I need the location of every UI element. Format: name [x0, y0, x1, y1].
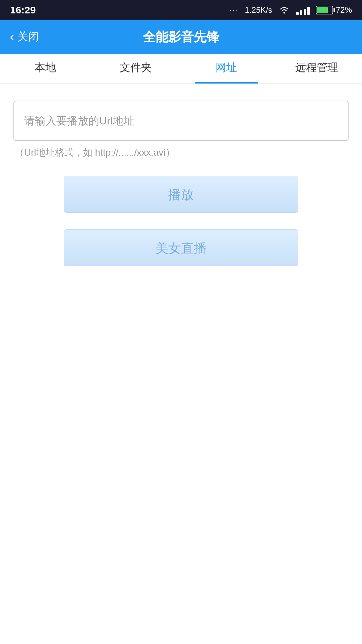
- signal-icon: [296, 5, 310, 15]
- top-nav: ‹ 关闭 全能影音先锋: [0, 20, 362, 54]
- network-speed: 1.25K/s: [245, 5, 272, 15]
- status-time: 16:29: [10, 4, 36, 16]
- battery-fill: [317, 7, 328, 13]
- battery-indicator: 72%: [316, 5, 352, 15]
- tab-local[interactable]: 本地: [0, 54, 90, 84]
- back-button[interactable]: ‹ 关闭: [10, 30, 39, 44]
- tab-remote[interactable]: 远程管理: [272, 54, 362, 84]
- live-button[interactable]: 美女直播: [64, 229, 298, 266]
- tab-bar: 本地 文件夹 网址 远程管理: [0, 54, 362, 84]
- back-chevron-icon: ‹: [10, 30, 14, 44]
- tab-folder[interactable]: 文件夹: [90, 54, 181, 84]
- main-content: （Url地址格式，如 http://....../xxx.avi） 播放 美女直…: [0, 84, 362, 280]
- battery-icon: [316, 6, 333, 14]
- url-hint: （Url地址格式，如 http://....../xxx.avi）: [13, 146, 349, 159]
- play-button[interactable]: 播放: [64, 176, 298, 213]
- status-dots: ···: [230, 6, 239, 14]
- url-input[interactable]: [13, 101, 349, 141]
- back-label: 关闭: [17, 30, 39, 44]
- svg-point-0: [283, 12, 285, 14]
- url-input-container: （Url地址格式，如 http://....../xxx.avi）: [13, 101, 349, 159]
- battery-percent: 72%: [336, 5, 352, 15]
- wifi-icon: [278, 6, 290, 14]
- tab-url[interactable]: 网址: [181, 54, 272, 84]
- app-title: 全能影音先锋: [143, 29, 219, 46]
- status-right: ··· 1.25K/s 72%: [230, 5, 352, 15]
- status-bar: 16:29 ··· 1.25K/s 72%: [0, 0, 362, 20]
